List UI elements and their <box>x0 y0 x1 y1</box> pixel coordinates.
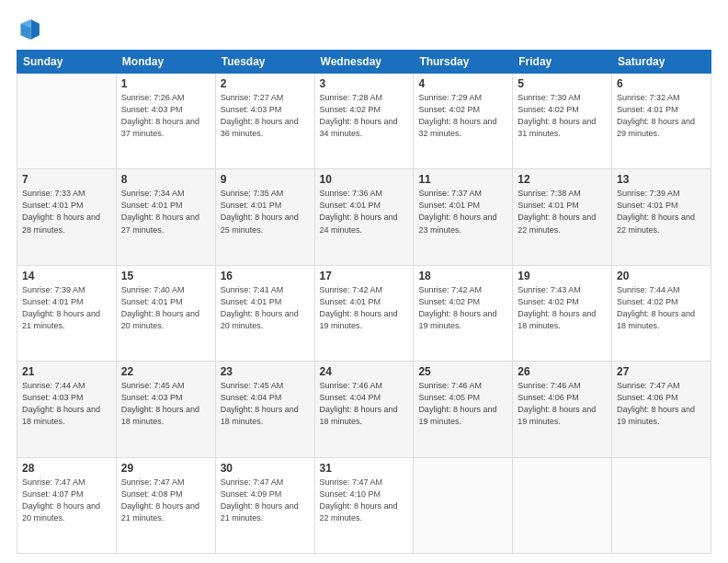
col-header-friday: Friday <box>513 51 612 74</box>
day-info: Sunrise: 7:39 AM Sunset: 4:01 PM Dayligh… <box>617 188 706 236</box>
week-row-4: 28Sunrise: 7:47 AM Sunset: 4:07 PM Dayli… <box>17 457 711 553</box>
day-number: 19 <box>518 270 607 282</box>
calendar-cell: 21Sunrise: 7:44 AM Sunset: 4:03 PM Dayli… <box>17 362 117 457</box>
day-number: 26 <box>518 365 607 378</box>
day-info: Sunrise: 7:40 AM Sunset: 4:01 PM Dayligh… <box>121 284 210 332</box>
calendar-cell: 27Sunrise: 7:47 AM Sunset: 4:06 PM Dayli… <box>612 362 711 457</box>
day-info: Sunrise: 7:39 AM Sunset: 4:01 PM Dayligh… <box>22 284 111 332</box>
day-number: 11 <box>418 173 507 186</box>
calendar-cell: 5Sunrise: 7:30 AM Sunset: 4:02 PM Daylig… <box>513 74 612 169</box>
calendar-cell: 4Sunrise: 7:29 AM Sunset: 4:02 PM Daylig… <box>414 74 513 169</box>
day-info: Sunrise: 7:44 AM Sunset: 4:03 PM Dayligh… <box>22 380 111 428</box>
day-number: 29 <box>121 462 210 475</box>
day-number: 30 <box>221 462 310 475</box>
day-number: 13 <box>617 173 706 186</box>
day-info: Sunrise: 7:29 AM Sunset: 4:02 PM Dayligh… <box>418 92 507 140</box>
day-number: 16 <box>221 270 310 282</box>
calendar-cell: 13Sunrise: 7:39 AM Sunset: 4:01 PM Dayli… <box>612 169 711 265</box>
calendar-cell: 29Sunrise: 7:47 AM Sunset: 4:08 PM Dayli… <box>116 457 215 553</box>
calendar-cell: 20Sunrise: 7:44 AM Sunset: 4:02 PM Dayli… <box>612 265 711 361</box>
calendar-cell: 25Sunrise: 7:46 AM Sunset: 4:05 PM Dayli… <box>414 362 513 457</box>
calendar-cell: 15Sunrise: 7:40 AM Sunset: 4:01 PM Dayli… <box>116 265 215 361</box>
calendar-cell: 24Sunrise: 7:46 AM Sunset: 4:04 PM Dayli… <box>314 362 414 457</box>
day-info: Sunrise: 7:26 AM Sunset: 4:03 PM Dayligh… <box>121 92 210 140</box>
day-info: Sunrise: 7:33 AM Sunset: 4:01 PM Dayligh… <box>22 188 111 236</box>
calendar-cell: 14Sunrise: 7:39 AM Sunset: 4:01 PM Dayli… <box>17 265 117 361</box>
day-info: Sunrise: 7:35 AM Sunset: 4:01 PM Dayligh… <box>221 188 310 236</box>
day-info: Sunrise: 7:37 AM Sunset: 4:01 PM Dayligh… <box>418 188 507 236</box>
calendar-cell <box>612 457 711 553</box>
col-header-monday: Monday <box>116 51 215 74</box>
day-info: Sunrise: 7:41 AM Sunset: 4:01 PM Dayligh… <box>221 284 310 332</box>
calendar-cell: 12Sunrise: 7:38 AM Sunset: 4:01 PM Dayli… <box>513 169 612 265</box>
week-row-0: 1Sunrise: 7:26 AM Sunset: 4:03 PM Daylig… <box>17 74 711 169</box>
header <box>17 17 711 42</box>
day-info: Sunrise: 7:43 AM Sunset: 4:02 PM Dayligh… <box>518 284 607 332</box>
day-info: Sunrise: 7:47 AM Sunset: 4:08 PM Dayligh… <box>121 477 210 524</box>
day-number: 15 <box>121 270 210 282</box>
week-row-1: 7Sunrise: 7:33 AM Sunset: 4:01 PM Daylig… <box>17 169 711 265</box>
day-info: Sunrise: 7:44 AM Sunset: 4:02 PM Dayligh… <box>617 284 706 332</box>
calendar-cell: 19Sunrise: 7:43 AM Sunset: 4:02 PM Dayli… <box>513 265 612 361</box>
day-number: 28 <box>22 462 111 475</box>
day-number: 12 <box>518 173 607 186</box>
day-number: 8 <box>121 173 210 186</box>
day-number: 22 <box>121 365 210 378</box>
calendar-cell: 10Sunrise: 7:36 AM Sunset: 4:01 PM Dayli… <box>314 169 414 265</box>
day-info: Sunrise: 7:46 AM Sunset: 4:06 PM Dayligh… <box>518 380 607 428</box>
page: SundayMondayTuesdayWednesdayThursdayFrid… <box>0 0 728 563</box>
day-number: 5 <box>518 77 607 90</box>
calendar-cell: 23Sunrise: 7:45 AM Sunset: 4:04 PM Dayli… <box>215 362 314 457</box>
day-number: 14 <box>22 270 111 282</box>
calendar-cell: 18Sunrise: 7:42 AM Sunset: 4:02 PM Dayli… <box>414 265 513 361</box>
col-header-wednesday: Wednesday <box>314 51 414 74</box>
calendar-table: SundayMondayTuesdayWednesdayThursdayFrid… <box>17 50 711 554</box>
day-info: Sunrise: 7:27 AM Sunset: 4:03 PM Dayligh… <box>221 92 310 140</box>
day-info: Sunrise: 7:45 AM Sunset: 4:03 PM Dayligh… <box>121 380 210 428</box>
day-number: 10 <box>320 173 409 186</box>
day-number: 27 <box>617 365 706 378</box>
day-number: 4 <box>418 77 507 90</box>
calendar-cell: 9Sunrise: 7:35 AM Sunset: 4:01 PM Daylig… <box>215 169 314 265</box>
day-info: Sunrise: 7:32 AM Sunset: 4:01 PM Dayligh… <box>617 92 706 140</box>
calendar-cell: 8Sunrise: 7:34 AM Sunset: 4:01 PM Daylig… <box>116 169 215 265</box>
day-number: 2 <box>221 77 310 90</box>
day-info: Sunrise: 7:47 AM Sunset: 4:06 PM Dayligh… <box>617 380 706 428</box>
calendar-cell: 7Sunrise: 7:33 AM Sunset: 4:01 PM Daylig… <box>17 169 117 265</box>
calendar-cell <box>17 74 117 169</box>
day-number: 20 <box>617 270 706 282</box>
day-number: 17 <box>320 270 409 282</box>
col-header-tuesday: Tuesday <box>215 51 314 74</box>
day-info: Sunrise: 7:45 AM Sunset: 4:04 PM Dayligh… <box>221 380 310 428</box>
col-header-saturday: Saturday <box>612 51 711 74</box>
logo <box>17 17 46 42</box>
day-info: Sunrise: 7:47 AM Sunset: 4:07 PM Dayligh… <box>22 477 111 524</box>
calendar-cell: 6Sunrise: 7:32 AM Sunset: 4:01 PM Daylig… <box>612 74 711 169</box>
day-number: 3 <box>320 77 409 90</box>
calendar-cell <box>513 457 612 553</box>
day-info: Sunrise: 7:30 AM Sunset: 4:02 PM Dayligh… <box>518 92 607 140</box>
calendar-cell: 1Sunrise: 7:26 AM Sunset: 4:03 PM Daylig… <box>116 74 215 169</box>
calendar-cell: 28Sunrise: 7:47 AM Sunset: 4:07 PM Dayli… <box>17 457 117 553</box>
day-number: 31 <box>320 462 409 475</box>
calendar-cell: 11Sunrise: 7:37 AM Sunset: 4:01 PM Dayli… <box>414 169 513 265</box>
col-header-sunday: Sunday <box>17 51 117 74</box>
calendar-cell: 31Sunrise: 7:47 AM Sunset: 4:10 PM Dayli… <box>314 457 414 553</box>
day-number: 25 <box>418 365 507 378</box>
day-info: Sunrise: 7:42 AM Sunset: 4:01 PM Dayligh… <box>320 284 409 332</box>
day-number: 24 <box>320 365 409 378</box>
day-info: Sunrise: 7:38 AM Sunset: 4:01 PM Dayligh… <box>518 188 607 236</box>
calendar-cell <box>414 457 513 553</box>
week-row-3: 21Sunrise: 7:44 AM Sunset: 4:03 PM Dayli… <box>17 362 711 457</box>
day-info: Sunrise: 7:46 AM Sunset: 4:04 PM Dayligh… <box>320 380 409 428</box>
day-number: 1 <box>121 77 210 90</box>
day-info: Sunrise: 7:36 AM Sunset: 4:01 PM Dayligh… <box>320 188 409 236</box>
day-info: Sunrise: 7:47 AM Sunset: 4:09 PM Dayligh… <box>221 477 310 524</box>
calendar-cell: 26Sunrise: 7:46 AM Sunset: 4:06 PM Dayli… <box>513 362 612 457</box>
day-number: 9 <box>221 173 310 186</box>
calendar-cell: 2Sunrise: 7:27 AM Sunset: 4:03 PM Daylig… <box>215 74 314 169</box>
col-header-thursday: Thursday <box>414 51 513 74</box>
day-number: 7 <box>22 173 111 186</box>
calendar-cell: 30Sunrise: 7:47 AM Sunset: 4:09 PM Dayli… <box>215 457 314 553</box>
calendar-cell: 3Sunrise: 7:28 AM Sunset: 4:02 PM Daylig… <box>314 74 414 169</box>
